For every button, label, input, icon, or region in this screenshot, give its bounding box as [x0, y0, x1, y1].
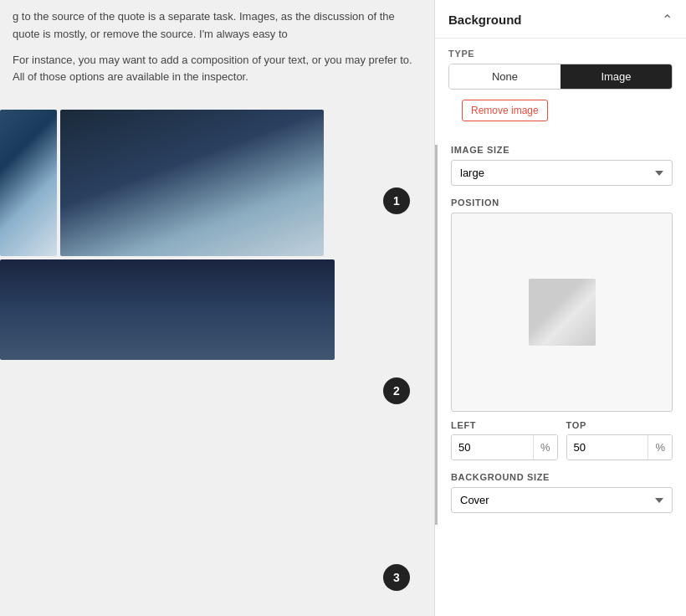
position-image-icon: [529, 279, 596, 346]
content-text: g to the source of the quote is a separa…: [0, 0, 434, 103]
top-input-wrap: %: [566, 434, 673, 460]
image-thumb-2: [60, 110, 324, 256]
svg-point-4: [553, 303, 560, 310]
type-none-button[interactable]: None: [449, 64, 561, 89]
content-area: g to the source of the quote is a separa…: [0, 0, 434, 616]
background-size-select[interactable]: Cover Contain Auto: [451, 487, 673, 513]
type-label: TYPE: [435, 38, 686, 64]
image-thumb-1: [0, 110, 57, 256]
left-unit: %: [533, 435, 557, 459]
top-coord-group: TOP %: [566, 420, 673, 460]
left-input[interactable]: [452, 435, 533, 459]
image-thumb-3: [0, 259, 335, 360]
collapse-icon[interactable]: ⌃: [662, 12, 673, 28]
position-image-preview: [529, 279, 596, 346]
left-label: LEFT: [451, 420, 558, 430]
svg-rect-0: [530, 280, 594, 344]
svg-rect-1: [537, 287, 587, 337]
image-grid: [0, 110, 434, 363]
position-label: POSITION: [451, 198, 673, 208]
image-size-label: IMAGE SIZE: [451, 145, 673, 155]
position-section: POSITION LEFT: [438, 198, 686, 472]
svg-point-3: [550, 299, 574, 322]
paragraph-1: g to the source of the quote is a separa…: [13, 8, 422, 44]
paragraph-2: For instance, you may want to add a comp…: [13, 52, 422, 87]
sidebar-header: Background ⌃: [435, 0, 686, 38]
sidebar-title: Background: [448, 13, 522, 27]
background-size-section: BACKGROUND SIZE Cover Contain Auto: [438, 472, 686, 525]
sidebar: Background ⌃ TYPE None Image Remove imag…: [434, 0, 686, 616]
image-row-1: [0, 110, 434, 256]
image-size-select[interactable]: large medium small original: [451, 160, 673, 186]
coords-row: LEFT % TOP %: [451, 420, 673, 460]
step-bubble-1: 1: [383, 187, 410, 214]
remove-image-button[interactable]: Remove image: [462, 100, 548, 121]
image-size-section: IMAGE SIZE large medium small original: [438, 145, 686, 198]
image-row-2: [0, 259, 434, 360]
step-bubble-3: 3: [383, 564, 410, 591]
top-unit: %: [648, 435, 672, 459]
left-coord-group: LEFT %: [451, 420, 558, 460]
background-size-label: BACKGROUND SIZE: [451, 472, 673, 482]
top-label: TOP: [566, 420, 673, 430]
step-bubble-2: 2: [383, 377, 410, 404]
position-box[interactable]: [451, 213, 673, 412]
left-input-wrap: %: [451, 434, 558, 460]
type-toggle: None Image: [448, 64, 673, 90]
type-image-button[interactable]: Image: [561, 64, 672, 89]
svg-point-2: [547, 295, 577, 326]
top-input[interactable]: [567, 435, 648, 459]
